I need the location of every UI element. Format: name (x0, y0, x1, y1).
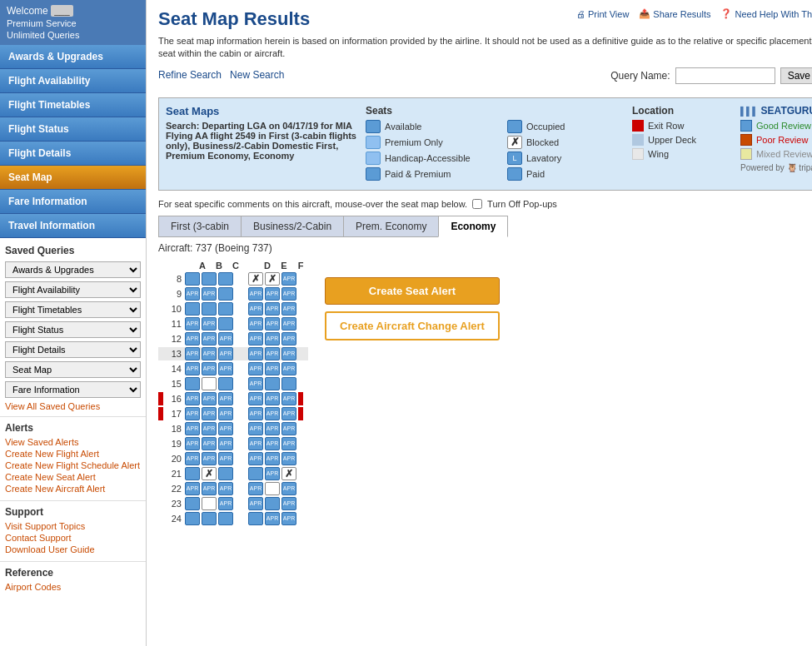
seat[interactable]: APR (185, 362, 200, 375)
airport-codes-link[interactable]: Airport Codes (5, 582, 141, 592)
seat[interactable]: APR (218, 407, 233, 420)
seat[interactable] (185, 272, 200, 286)
seat[interactable]: ✗ (281, 467, 296, 480)
query-name-input[interactable] (675, 67, 775, 84)
seat[interactable] (185, 302, 200, 316)
create-seat-alert-button[interactable]: Create Seat Alert (325, 277, 500, 305)
seat[interactable]: APR (265, 362, 280, 375)
print-view-link[interactable]: 🖨 Print View (576, 9, 629, 19)
seat[interactable]: APR (248, 347, 263, 360)
seat[interactable]: APR (281, 512, 296, 525)
seat[interactable]: APR (185, 437, 200, 450)
seat[interactable]: APR (202, 362, 217, 375)
seat[interactable]: APR (281, 332, 296, 345)
seat[interactable]: APR (185, 452, 200, 465)
seat[interactable]: APR (248, 437, 263, 450)
seat[interactable] (185, 497, 200, 510)
seat[interactable]: APR (265, 332, 280, 345)
view-all-saved-queries-link[interactable]: View All Saved Queries (5, 401, 141, 411)
turn-off-popups-checkbox[interactable] (472, 199, 482, 209)
seat[interactable] (218, 272, 233, 286)
tab-economy[interactable]: Economy (438, 216, 508, 237)
seat[interactable] (202, 497, 217, 510)
seat[interactable]: APR (248, 302, 263, 316)
seat[interactable]: APR (248, 362, 263, 375)
seat[interactable]: APR (218, 332, 233, 345)
seat[interactable]: APR (265, 287, 280, 301)
seat[interactable]: APR (265, 302, 280, 316)
seat[interactable] (265, 482, 280, 495)
seat[interactable]: APR (185, 332, 200, 345)
seat[interactable]: APR (202, 392, 217, 405)
seat[interactable]: APR (248, 407, 263, 420)
seat[interactable]: APR (248, 332, 263, 345)
seat[interactable] (185, 512, 200, 525)
seat[interactable]: APR (281, 392, 296, 405)
seat[interactable]: APR (265, 512, 280, 525)
nav-seat-map[interactable]: Seat Map (0, 166, 146, 190)
create-flight-alert-link[interactable]: Create New Flight Alert (5, 449, 141, 459)
nav-flight-availability[interactable]: Flight Availability (0, 69, 146, 93)
saved-queries-dropdown-details[interactable]: Flight Details (5, 341, 141, 358)
saved-queries-dropdown-awards[interactable]: Awards & Upgrades (5, 261, 141, 278)
seat[interactable]: APR (202, 452, 217, 465)
seat[interactable]: APR (218, 437, 233, 450)
seat[interactable]: APR (281, 362, 296, 375)
seat[interactable]: APR (202, 317, 217, 330)
create-aircraft-alert-link[interactable]: Create New Aircraft Alert (5, 484, 141, 494)
nav-flight-status[interactable]: Flight Status (0, 117, 146, 142)
seat[interactable]: ✗ (265, 272, 280, 286)
seat[interactable] (265, 497, 280, 510)
tab-business-2cabin[interactable]: Business/2-Cabin (241, 216, 343, 237)
seat[interactable]: APR (281, 452, 296, 465)
seat[interactable]: APR (281, 302, 296, 316)
seat[interactable]: APR (202, 332, 217, 345)
saved-queries-dropdown-fare[interactable]: Fare Information (5, 381, 141, 398)
seat[interactable]: APR (248, 497, 263, 510)
seat[interactable]: APR (202, 422, 217, 435)
seat[interactable]: APR (281, 317, 296, 330)
seat[interactable] (185, 467, 200, 480)
seat[interactable]: APR (218, 422, 233, 435)
seat[interactable]: APR (218, 392, 233, 405)
seat[interactable]: APR (281, 347, 296, 360)
seat[interactable]: APR (218, 452, 233, 465)
seat[interactable]: APR (185, 317, 200, 330)
seat[interactable]: APR (218, 347, 233, 360)
download-user-guide-link[interactable]: Download User Guide (5, 544, 141, 554)
seat[interactable] (248, 467, 263, 480)
seat[interactable]: APR (248, 452, 263, 465)
seat[interactable]: APR (265, 422, 280, 435)
seat[interactable] (218, 287, 233, 301)
seat[interactable]: APR (281, 482, 296, 495)
seat[interactable]: APR (248, 392, 263, 405)
seat[interactable]: ✗ (202, 467, 217, 480)
seat[interactable]: APR (265, 317, 280, 330)
seat[interactable]: APR (248, 287, 263, 301)
seat[interactable]: ✗ (248, 272, 263, 286)
seat[interactable] (265, 377, 280, 390)
saved-queries-dropdown-seatmap[interactable]: Seat Map (5, 361, 141, 378)
seat[interactable] (248, 512, 263, 525)
seat[interactable]: APR (248, 422, 263, 435)
contact-support-link[interactable]: Contact Support (5, 533, 141, 543)
seat[interactable]: APR (281, 422, 296, 435)
create-seat-alert-link[interactable]: Create New Seat Alert (5, 472, 141, 482)
seat[interactable]: APR (265, 407, 280, 420)
tab-first-3cabin[interactable]: First (3-cabin (158, 216, 241, 237)
save-query-button[interactable]: Save Query (780, 67, 812, 84)
seat[interactable]: APR (202, 347, 217, 360)
saved-queries-dropdown-status[interactable]: Flight Status (5, 321, 141, 338)
seat[interactable]: APR (265, 467, 280, 480)
seat[interactable] (185, 377, 200, 390)
view-saved-alerts-link[interactable]: View Saved Alerts (5, 437, 141, 447)
seat[interactable]: APR (218, 497, 233, 510)
new-search-link[interactable]: New Search (230, 69, 284, 81)
seat[interactable]: APR (281, 272, 296, 286)
nav-awards-upgrades[interactable]: Awards & Upgrades (0, 45, 146, 69)
seat[interactable]: APR (218, 482, 233, 495)
seat[interactable] (218, 377, 233, 390)
seat[interactable]: APR (265, 437, 280, 450)
saved-queries-dropdown-availability[interactable]: Flight Availability (5, 281, 141, 298)
help-link[interactable]: ❓ Need Help With This Page? (720, 8, 812, 19)
